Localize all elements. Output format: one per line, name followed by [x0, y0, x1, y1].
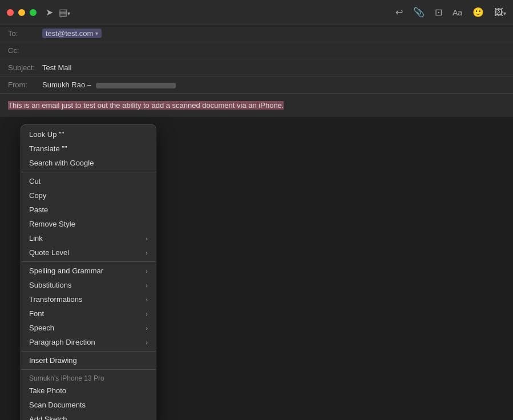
link-chevron-icon: ›: [146, 235, 148, 242]
email-body-text: This is an email just to test out the ab…: [8, 100, 505, 111]
transformations-item[interactable]: Transformations ›: [21, 292, 156, 306]
separator-3: [21, 351, 156, 352]
chip-arrow-icon: ▾: [95, 30, 98, 37]
link-label: Link: [29, 234, 43, 243]
speech-chevron-icon: ›: [146, 325, 148, 332]
attachment-icon[interactable]: 📎: [413, 7, 425, 18]
take-photo-label: Take Photo: [29, 386, 66, 395]
quote-level-item[interactable]: Quote Level ›: [21, 245, 156, 260]
format-icon[interactable]: ▤▾: [59, 7, 70, 18]
image-icon[interactable]: 🖼▾: [494, 7, 506, 18]
to-label: To:: [8, 29, 42, 38]
close-button[interactable]: [7, 9, 14, 16]
to-value: test@test.com: [46, 29, 93, 38]
quote-level-chevron-icon: ›: [146, 249, 148, 256]
font-size-icon[interactable]: Aa: [453, 8, 462, 17]
cc-field[interactable]: Cc:: [0, 42, 513, 59]
from-label: From:: [8, 80, 42, 89]
email-body[interactable]: This is an email just to test out the ab…: [0, 94, 513, 117]
subject-value: Test Mail: [42, 63, 71, 72]
paste-label: Paste: [29, 205, 48, 214]
transformations-chevron-icon: ›: [146, 296, 148, 303]
scan-documents-item[interactable]: Scan Documents: [21, 398, 156, 412]
from-name: Sumukh Rao –: [42, 80, 176, 89]
translate-item[interactable]: Translate "": [21, 142, 156, 156]
separator-2: [21, 261, 156, 262]
translate-label: Translate "": [29, 144, 67, 153]
titlebar: ➤ ▤▾ ↩ 📎 ⊡ Aa 🙂 🖼▾: [0, 0, 513, 25]
to-chip[interactable]: test@test.com ▾: [42, 29, 102, 38]
send-icon[interactable]: ➤: [46, 7, 53, 18]
paragraph-direction-label: Paragraph Direction: [29, 338, 95, 346]
cut-item[interactable]: Cut: [21, 174, 156, 188]
context-menu: Look Up "" Translate "" Search with Goog…: [21, 124, 156, 420]
spelling-chevron-icon: ›: [146, 268, 148, 274]
lookup-label: Look Up "": [29, 130, 64, 139]
paste-item[interactable]: Paste: [21, 203, 156, 217]
add-sketch-label: Add Sketch: [29, 415, 67, 420]
substitutions-label: Substitutions: [29, 281, 71, 289]
add-sketch-item[interactable]: Add Sketch: [21, 412, 156, 420]
remove-style-item[interactable]: Remove Style: [21, 217, 156, 231]
selected-text: This is an email just to test out the ab…: [8, 101, 284, 110]
maximize-button[interactable]: [30, 9, 37, 16]
minimize-button[interactable]: [18, 9, 25, 16]
spelling-grammar-item[interactable]: Spelling and Grammar ›: [21, 264, 156, 278]
cut-label: Cut: [29, 177, 41, 185]
emoji-icon[interactable]: 🙂: [472, 7, 484, 18]
paragraph-direction-item[interactable]: Paragraph Direction ›: [21, 335, 156, 349]
from-field: From: Sumukh Rao –: [0, 76, 513, 94]
insert-drawing-label: Insert Drawing: [29, 356, 77, 365]
font-label: Font: [29, 309, 44, 318]
copy-item[interactable]: Copy: [21, 188, 156, 203]
subject-label: Subject:: [8, 63, 42, 72]
search-google-label: Search with Google: [29, 159, 94, 167]
lookup-item[interactable]: Look Up "": [21, 127, 156, 142]
quote-level-label: Quote Level: [29, 248, 69, 257]
font-chevron-icon: ›: [146, 310, 148, 317]
substitutions-item[interactable]: Substitutions ›: [21, 278, 156, 292]
search-google-item[interactable]: Search with Google: [21, 156, 156, 170]
speech-label: Speech: [29, 324, 54, 332]
share-icon[interactable]: ⊡: [435, 7, 442, 18]
cc-label: Cc:: [8, 46, 42, 55]
undo-icon[interactable]: ↩: [395, 7, 403, 18]
separator-1: [21, 172, 156, 172]
spelling-grammar-label: Spelling and Grammar: [29, 266, 103, 275]
traffic-lights: [7, 9, 37, 16]
remove-style-label: Remove Style: [29, 220, 75, 228]
scan-documents-label: Scan Documents: [29, 401, 86, 409]
insert-drawing-item[interactable]: Insert Drawing: [21, 353, 156, 368]
link-item[interactable]: Link ›: [21, 231, 156, 245]
copy-label: Copy: [29, 191, 46, 200]
email-header: To: test@test.com ▾ Cc: Subject: Test Ma…: [0, 25, 513, 94]
to-field[interactable]: To: test@test.com ▾: [0, 25, 513, 42]
separator-4: [21, 369, 156, 370]
titlebar-actions: ↩ 📎 ⊡ Aa 🙂 🖼▾: [395, 7, 506, 18]
transformations-label: Transformations: [29, 295, 82, 304]
substitutions-chevron-icon: ›: [146, 282, 148, 289]
paragraph-chevron-icon: ›: [146, 339, 148, 346]
device-label: Sumukh's iPhone 13 Pro: [21, 371, 156, 383]
font-item[interactable]: Font ›: [21, 306, 156, 321]
subject-field[interactable]: Subject: Test Mail: [0, 59, 513, 76]
take-photo-item[interactable]: Take Photo: [21, 383, 156, 398]
speech-item[interactable]: Speech ›: [21, 321, 156, 335]
